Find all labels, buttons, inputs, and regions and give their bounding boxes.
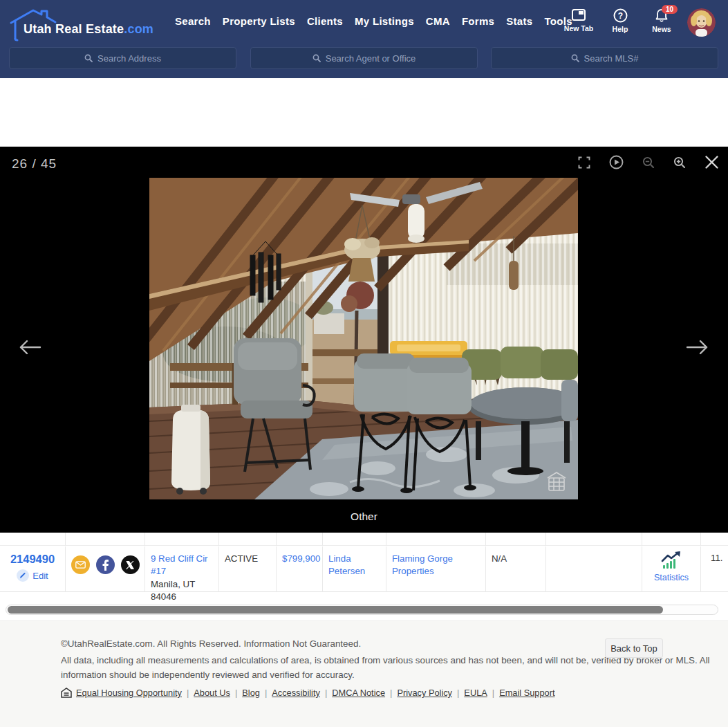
back-to-top-button[interactable]: Back to Top: [605, 638, 663, 658]
svg-text:?: ?: [617, 11, 622, 21]
site-logo[interactable]: Utah Real Estate.com: [10, 10, 141, 40]
news-button[interactable]: 10 News: [646, 8, 678, 33]
horizontal-scrollbar-thumb[interactable]: [8, 606, 663, 614]
facebook-share-button[interactable]: [96, 555, 115, 574]
mls-number-link[interactable]: 2149490: [0, 553, 65, 566]
milk-can: [171, 405, 210, 495]
disclaimer-text: All data, including all measurements and…: [61, 654, 719, 683]
close-icon[interactable]: [704, 155, 719, 169]
photo-caption: Other: [0, 510, 728, 523]
address-link[interactable]: 9 Red Cliff Cir #17: [151, 553, 214, 578]
empty-cell: [546, 546, 642, 592]
lightbox-toolbar: [578, 155, 719, 169]
email-icon: [75, 561, 86, 569]
listing-table-row: 2149490 Edit 9 Red Cliff Cir #17 Manila,…: [0, 546, 728, 592]
photo-counter: 26 / 45: [12, 156, 57, 172]
nav-item-search[interactable]: Search: [175, 15, 211, 27]
x-icon: [126, 561, 134, 569]
top-navbar: Utah Real Estate.com Search Property Lis…: [0, 0, 728, 78]
nav-item-cma[interactable]: CMA: [426, 15, 450, 27]
footer-links: Equal Housing Opportunity| About Us| Blo…: [61, 688, 555, 698]
search-mls-input[interactable]: Search MLS#: [491, 47, 718, 69]
help-icon: ?: [613, 8, 628, 23]
zoom-out-icon[interactable]: [642, 156, 655, 169]
link-privacy[interactable]: Privacy Policy: [397, 688, 452, 698]
edit-button[interactable]: Edit: [17, 569, 48, 582]
fullscreen-icon[interactable]: [578, 156, 590, 169]
search-icon: [571, 54, 579, 62]
address-city: Manila, UT 84046: [151, 578, 214, 604]
link-eula[interactable]: EULA: [464, 688, 487, 698]
status-cell: ACTIVE: [219, 546, 277, 592]
x-share-button[interactable]: [121, 555, 140, 574]
address-cell: 9 Red Cliff Cir #17 Manila, UT 84046: [145, 546, 219, 592]
nav-item-clients[interactable]: Clients: [307, 15, 343, 27]
email-share-button[interactable]: [71, 555, 90, 574]
truncated-cell: 11.: [701, 546, 728, 592]
copyright-text: ©UtahRealEstate.com. All Rights Reserved…: [61, 638, 361, 649]
share-cell: [66, 546, 145, 592]
new-tab-icon: [571, 8, 586, 22]
search-address-input[interactable]: Search Address: [9, 47, 236, 69]
equal-housing-icon: [61, 688, 72, 698]
zoom-in-icon[interactable]: [673, 156, 686, 169]
link-dmca[interactable]: DMCA Notice: [332, 688, 385, 698]
statistics-icon: [661, 551, 682, 569]
user-avatar[interactable]: [687, 8, 716, 37]
nav-item-stats[interactable]: Stats: [506, 15, 532, 27]
page: Utah Real Estate.com Search Property Lis…: [0, 0, 728, 727]
nav-actions: New Tab ? Help 10 News: [563, 8, 716, 37]
price-link[interactable]: $799,900: [282, 553, 320, 564]
nav-item-property-lists[interactable]: Property Lists: [223, 15, 295, 27]
facebook-icon: [102, 560, 109, 571]
news-badge: 10: [662, 5, 678, 14]
office-cell: Flaming Gorge Properties: [386, 546, 486, 592]
new-tab-button[interactable]: New Tab: [563, 8, 595, 33]
agent-cell: Linda Petersen: [323, 546, 386, 592]
search-icon: [312, 54, 321, 62]
search-row: Search Address Search Agent or Office Se…: [0, 47, 728, 69]
office-link[interactable]: Flaming Gorge Properties: [392, 553, 453, 576]
nav-item-my-listings[interactable]: My Listings: [355, 15, 414, 27]
horizontal-scrollbar-track[interactable]: [6, 605, 718, 615]
search-agent-office-input[interactable]: Search Agent or Office: [250, 47, 478, 69]
link-blog[interactable]: Blog: [242, 688, 260, 698]
edit-pencil-icon: [17, 569, 29, 582]
help-button[interactable]: ? Help: [604, 8, 636, 33]
table-header-strip: [0, 533, 728, 546]
main-nav: Search Property Lists Clients My Listing…: [175, 15, 572, 27]
photo-lightbox: 26 / 45: [0, 147, 728, 533]
agent-link[interactable]: Linda Petersen: [328, 553, 365, 576]
link-accessibility[interactable]: Accessibility: [272, 688, 320, 698]
avatar-image: [687, 8, 716, 37]
slideshow-play-icon[interactable]: [609, 155, 624, 169]
statistics-button[interactable]: Statistics: [642, 546, 701, 592]
nav-item-forms[interactable]: Forms: [462, 15, 494, 27]
logo-text: Utah Real Estate.com: [24, 22, 153, 37]
price-cell: $799,900: [277, 546, 323, 592]
link-equal-housing[interactable]: Equal Housing Opportunity: [76, 688, 182, 698]
listing-photo: [149, 178, 578, 499]
previous-photo-arrow[interactable]: [17, 338, 43, 360]
mls-cell: 2149490 Edit: [0, 546, 66, 592]
link-about-us[interactable]: About Us: [194, 688, 230, 698]
page-footer: ©UtahRealEstate.com. All Rights Reserved…: [0, 620, 728, 727]
next-photo-arrow[interactable]: [684, 338, 711, 360]
na-cell: N/A: [486, 546, 546, 592]
link-email-support[interactable]: Email Support: [499, 688, 554, 698]
search-icon: [84, 54, 93, 62]
